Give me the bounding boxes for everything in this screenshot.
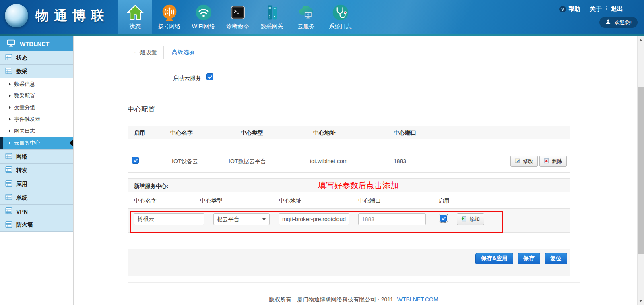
scroll-up-arrow-icon[interactable]: [639, 39, 642, 41]
center-port-input[interactable]: [358, 213, 426, 225]
table-row: IOT设备云 IOT数据云平台 iot.wtblnet.com 1883 修改 …: [128, 150, 570, 173]
vertical-scrollbar[interactable]: [637, 36, 644, 305]
sidebar-item-label: 应用: [16, 181, 27, 188]
center-address-input[interactable]: [279, 213, 349, 225]
sidebar-subitem-collection-info[interactable]: 数采信息: [0, 78, 73, 90]
tab-general-settings[interactable]: 一般设置: [128, 46, 164, 59]
stethoscope-icon: [331, 3, 350, 22]
add-label-enable: 启用: [438, 197, 450, 205]
brand-name: 物通博联: [35, 7, 109, 25]
edit-label: 修改: [523, 158, 533, 165]
delete-button[interactable]: 删除: [539, 156, 567, 167]
tab-advanced-options[interactable]: 高级选项: [164, 46, 202, 59]
enable-cloud-checkbox[interactable]: [206, 73, 213, 80]
scrollbar-thumb[interactable]: [638, 87, 644, 254]
arrow-bullet-icon: [9, 118, 11, 121]
nav-item-gateway[interactable]: 数采网关: [255, 0, 289, 34]
add-button[interactable]: 添加: [457, 213, 484, 225]
footer: 版权所有：厦门物通博联网络科技有限公司 · 2011 WTBLNET.COM: [128, 296, 580, 303]
brand-logo: 物通博联: [5, 4, 109, 27]
cell-center-address: iot.wtblnet.com: [310, 158, 347, 164]
sidebar-subitem-collection-config[interactable]: 数采配置: [0, 90, 73, 102]
sidebar-subitem-event-trigger[interactable]: 事件触发器: [0, 113, 73, 125]
terminal-icon: [229, 3, 247, 22]
annotation-text: 填写好参数后点击添加: [318, 180, 398, 191]
sidebar-item-network[interactable]: 网络: [0, 149, 73, 163]
list-icon: [5, 221, 12, 229]
sidebar-item-status[interactable]: 状态: [0, 51, 73, 64]
row-enabled-checkbox[interactable]: [132, 157, 139, 164]
footer-link[interactable]: WTBLNET.COM: [397, 296, 438, 303]
add-label-type: 中心类型: [200, 197, 223, 205]
nav-item-dial-network[interactable]: 拨号网络: [152, 0, 186, 34]
device-name-header: WTBLNET: [0, 36, 73, 51]
logo-globe-icon: [5, 4, 28, 27]
sidebar: WTBLNET 状态 数采 数采信息 数采配置 变量分组 事件触发器 网关日: [0, 36, 74, 305]
question-icon: [559, 6, 566, 12]
center-type-select[interactable]: 根云平台: [213, 213, 270, 225]
center-type-select-wrap: 根云平台: [213, 213, 270, 225]
add-center-header: 新增服务中心: 填写好参数后点击添加: [128, 178, 570, 192]
sidebar-item-label: 状态: [16, 54, 27, 62]
dial-network-icon: [160, 3, 179, 22]
column-header-type: 中心类型: [241, 129, 263, 137]
sidebar-item-forwarding[interactable]: 转发: [0, 163, 73, 177]
nav-item-diagnostics[interactable]: 诊断命令: [221, 0, 255, 34]
home-icon: [126, 3, 144, 22]
sidebar-subitem-gateway-log[interactable]: 网关日志: [0, 125, 73, 137]
top-nav: 状态 拨号网络 WIFI网络 诊断命令: [118, 0, 357, 34]
list-icon: [5, 166, 12, 174]
sidebar-subitem-variable-groups[interactable]: 变量分组: [0, 102, 73, 113]
list-icon: [5, 207, 12, 216]
sidebar-item-application[interactable]: 应用: [0, 177, 73, 191]
arrow-bullet-icon: [9, 129, 11, 133]
add-label-address: 中心地址: [279, 197, 301, 205]
sidebar-item-label: 变量分组: [14, 104, 35, 111]
edit-button[interactable]: 修改: [510, 156, 538, 167]
arrow-bullet-icon: [9, 94, 11, 98]
nav-label: 状态: [130, 23, 141, 30]
sidebar-item-label: 防火墙: [16, 221, 33, 228]
nav-item-syslog[interactable]: 系统日志: [323, 0, 357, 34]
add-center-input-row: 根云平台 添加: [128, 208, 570, 233]
column-header-address: 中心地址: [313, 129, 336, 137]
sidebar-item-label: 云服务中心: [14, 139, 40, 147]
logout-label: 退出: [611, 5, 623, 13]
list-icon: [5, 193, 12, 202]
sidebar-item-label: VPN: [16, 208, 28, 215]
nav-label: WIFI网络: [192, 23, 215, 30]
delete-label: 删除: [552, 158, 562, 165]
sidebar-item-label: 转发: [16, 167, 27, 174]
footer-divider-thick: [128, 290, 580, 290]
sidebar-item-system[interactable]: 系统: [0, 191, 73, 204]
logout-link[interactable]: 退出: [611, 5, 623, 13]
nav-item-cloud-service[interactable]: 云服务: [289, 0, 323, 34]
sidebar-subitem-cloud-service-center[interactable]: 云服务中心: [0, 137, 73, 149]
sidebar-item-firewall[interactable]: 防火墙: [0, 218, 73, 232]
sidebar-item-label: 数采配置: [14, 92, 35, 100]
add-enabled-checkbox[interactable]: [440, 215, 447, 222]
add-center-title: 新增服务中心:: [134, 183, 169, 190]
save-apply-button[interactable]: 保存&应用: [475, 253, 513, 264]
about-link[interactable]: 关于: [590, 5, 602, 13]
sidebar-item-data-collection[interactable]: 数采: [0, 64, 73, 78]
center-name-input[interactable]: [134, 213, 204, 225]
scroll-down-arrow-icon[interactable]: [639, 300, 642, 302]
copyright-text: 版权所有：厦门物通博联网络科技有限公司 · 2011: [269, 296, 393, 303]
user-icon: [605, 19, 611, 26]
sidebar-item-vpn[interactable]: VPN: [0, 204, 73, 218]
arrow-bullet-icon: [9, 83, 11, 86]
column-header-enable: 启用: [134, 129, 145, 137]
help-link[interactable]: 帮助: [559, 5, 580, 13]
nav-label: 拨号网络: [158, 23, 181, 30]
nav-item-status[interactable]: 状态: [118, 0, 152, 34]
save-button[interactable]: 保存: [518, 253, 540, 264]
enable-cloud-label: 启动云服务: [128, 75, 201, 82]
nav-item-wifi[interactable]: WIFI网络: [186, 0, 221, 34]
nav-label: 云服务: [298, 23, 315, 30]
main-content: 一般设置 高级选项 启动云服务 中心配置 启用 中心名字 中心类型 中心地址 中…: [74, 36, 637, 305]
add-icon: [461, 216, 467, 223]
device-name: WTBLNET: [20, 40, 49, 47]
reset-button[interactable]: 复位: [545, 253, 567, 264]
delete-icon: [544, 158, 549, 165]
